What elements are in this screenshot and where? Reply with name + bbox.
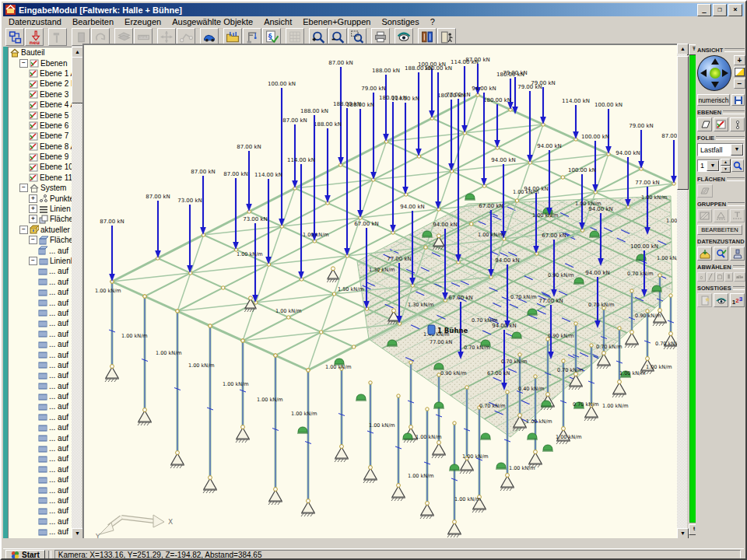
maximize-button[interactable]: ❐ [713,4,727,16]
tree-item-ebene-6[interactable]: Ebene 6 [9,121,72,131]
ebene-edit-button[interactable] [714,117,728,131]
collapse-icon[interactable]: − [19,59,28,68]
tree-item-ebene-1-a[interactable]: Ebene 1 A [9,68,72,79]
menu-ansicht[interactable]: Ansicht [258,17,297,26]
folie-number-dropdown-icon[interactable]: ▼ [707,160,719,171]
expand-icon[interactable]: + [29,205,37,213]
model-tree[interactable]: Bauteil−EbenenEbene 1 AEbene 2 EEbene 3E… [8,47,73,540]
ebene-arrow-button[interactable] [730,117,745,131]
tree-item-linienlast[interactable]: −Linienlast [9,256,72,266]
tree-item--auf[interactable]: ... auf [9,277,72,287]
neu-button[interactable]: neu [25,28,44,46]
title-bar[interactable]: EingabeModul [Faltwerk: Halle + Bühne] _… [3,3,744,16]
rotate-right-icon[interactable] [722,69,728,77]
menu-erzeugen[interactable]: Erzeugen [119,17,167,26]
collapse-icon[interactable]: − [29,236,37,244]
tree-item-ebenen[interactable]: −Ebenen [9,58,72,68]
tree-item-ebene-8-a[interactable]: Ebene 8 A [9,142,72,152]
model-canvas[interactable]: 87.00 kN87.00 kN87.00 kN87.00 kN87.00 kN… [82,44,677,540]
menu-ebenen-gruppen[interactable]: Ebenen+Gruppen [297,17,376,26]
tree-item--auf[interactable]: ... auf [9,329,72,339]
tree-item--auf[interactable]: ... auf [9,474,72,485]
tree-item--auf[interactable]: ... auf [9,527,72,537]
daten-stempel-button[interactable] [730,247,745,261]
minimize-button[interactable]: _ [697,4,711,16]
collapse-icon[interactable]: − [29,257,37,265]
flaechen-button[interactable] [697,184,713,198]
spin-up-icon[interactable]: ▲ [721,159,731,166]
tree-item-linien[interactable]: +Linien [9,204,72,214]
datenzustand-button[interactable] [5,28,24,46]
ansicht-auge-button[interactable] [714,293,728,307]
tree-item-ebene-4-a[interactable]: Ebene 4 A [9,100,72,110]
tree-item--auf[interactable]: ... auf [9,412,72,422]
rotate-down-icon[interactable] [711,82,719,88]
collapse-icon[interactable]: − [19,184,28,192]
abwahl-flaeche-button[interactable]: ▢ [716,272,724,282]
abwahl-alle-button[interactable]: alle [734,272,745,282]
menu-datenzustand[interactable]: Datenzustand [3,17,67,26]
tree-item--auf[interactable]: ... auf [9,453,72,464]
expand-icon[interactable]: + [29,194,37,203]
gruppe-flaeche-button[interactable] [697,209,712,222]
spin-down-icon[interactable]: ▼ [721,166,731,173]
tree-item--auf[interactable]: ... auf [9,370,72,380]
menu-ausgew-hlte-objekte[interactable]: Ausgewählte Objekte [167,17,258,26]
collapse-icon[interactable]: − [19,226,28,234]
tree-item--auf[interactable]: ... auf [9,287,72,297]
tree-item-ebene-9[interactable]: Ebene 9 [9,152,72,162]
tree-item-ebene-10[interactable]: Ebene 10 [9,162,72,172]
tree-item-flächenla[interactable]: −Flächenla [9,235,72,245]
tree-item--auf[interactable]: ... auf [9,339,72,349]
tree-item--auf[interactable]: ... auf [9,381,72,391]
tree-item-ebene-11[interactable]: Ebene 11 [9,173,72,183]
compass-center[interactable] [710,68,721,79]
canvas-vscroll-thumb[interactable] [677,56,689,190]
tree-item-aktueller-last[interactable]: −aktueller Last [9,225,72,235]
shade-toggle-button[interactable] [734,67,745,77]
tree-item-bauteil[interactable]: Bauteil [9,47,72,58]
tree-item--auf[interactable]: ... auf [9,266,72,276]
tree-item--auf[interactable]: ... auf [9,297,72,307]
doku-button[interactable] [697,293,712,307]
tree-item--auf[interactable]: ... auf [9,245,72,255]
folie-dropdown-icon[interactable]: ▼ [731,144,743,156]
tree-item-ebene-5[interactable]: Ebene 5 [9,110,72,120]
tree-item--auf[interactable]: ... auf [9,506,72,516]
abwahl-last-button[interactable]: ⫴ [724,272,733,282]
menu-bearbeiten[interactable]: Bearbeiten [67,17,119,26]
folie-spinner[interactable]: ▲ ▼ [721,159,731,173]
folie-search-button[interactable] [731,159,744,172]
tree-item--auf[interactable]: ... auf [9,432,72,443]
tree-item--auf[interactable]: ... auf [9,464,72,474]
tree-item-ebene-2-e[interactable]: Ebene 2 E [9,79,72,89]
tree-scroll-thumb[interactable] [72,57,83,103]
bearbeiten-button[interactable]: BEARBEITEN [697,225,742,235]
tree-item--auf[interactable]: ... auf [9,422,72,432]
folie-select[interactable]: Lastfall ▼ [697,143,744,156]
tree-item--auf[interactable]: ... auf [9,308,72,318]
abwahl-punkt-button[interactable]: ○ [697,272,706,282]
tree-item-flächenpo[interactable]: +Flächenpo [9,214,72,224]
tree-item-system[interactable]: −System [9,183,72,193]
tree-item--auf[interactable]: ... auf [9,516,72,527]
close-button[interactable]: × [728,4,742,16]
tree-item--auf[interactable]: ... auf [9,349,72,359]
menu-sonstiges[interactable]: Sonstiges [376,17,424,26]
folie-number-select[interactable]: 1 ▼ [697,159,720,172]
zoom-plus-button[interactable]: + [734,55,745,65]
rotate-up-icon[interactable] [711,58,719,65]
tree-item--auf[interactable]: ... auf [9,401,72,411]
tree-scroll-track[interactable] [72,57,82,528]
expand-icon[interactable]: + [29,215,37,223]
menu--[interactable]: ? [425,17,440,26]
tree-item--auf[interactable]: ... auf [9,485,72,495]
tree-item--auf[interactable]: ... auf [9,318,72,328]
start-button[interactable]: Start [5,550,45,560]
numerisch-button[interactable]: numerisch [697,94,730,106]
nummern-button[interactable]: 123 [730,293,745,307]
ebene-flaeche-button[interactable] [697,117,712,131]
rotate-left-icon[interactable] [700,69,707,77]
tree-item--auf[interactable]: ... auf [9,360,72,370]
view-compass[interactable] [697,55,731,91]
